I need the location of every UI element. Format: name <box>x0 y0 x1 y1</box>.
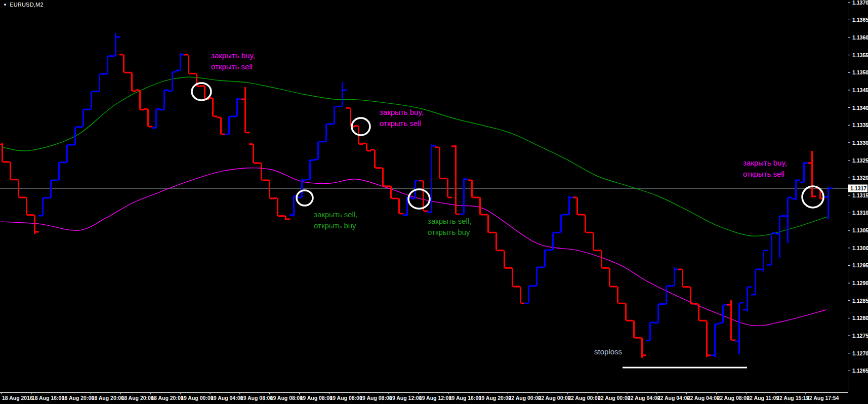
up-bar <box>824 187 833 219</box>
signal-annotation-5-line2: открыть sell <box>743 170 784 178</box>
down-bar <box>492 232 501 250</box>
time-tick-label: 22 Aug 00:00 <box>508 395 541 401</box>
down-bar <box>702 320 711 357</box>
down-bar <box>613 287 622 303</box>
up-bar <box>403 197 411 216</box>
down-bar <box>451 145 460 214</box>
price-tick-label: 1.1355 <box>852 52 868 58</box>
time-tick-label: 22 Aug 00:00 <box>598 395 631 401</box>
candlestick-series <box>0 33 833 358</box>
up-bar <box>111 33 120 56</box>
down-bar <box>241 87 250 133</box>
time-tick-label: 18 Aug 20:00 <box>92 395 125 401</box>
time-tick-label: 19 Aug 08:00 <box>359 395 392 401</box>
up-bar <box>460 179 468 215</box>
price-tick-label: 1.1370 <box>852 0 868 6</box>
signal-annotation-3[interactable]: закрыть sell,открыть buy <box>314 210 357 230</box>
signal-annotation-4[interactable]: закрыть sell,открыть buy <box>428 217 471 236</box>
mt4-chart-window: закрыть buy,открыть sellзакрыть buy,откр… <box>0 0 868 404</box>
time-tick-label: 19 Aug 20:00 <box>479 395 512 401</box>
symbol-label[interactable]: ▼ EURUSD,M2 <box>3 2 44 8</box>
time-tick-label: 19 Aug 08:00 <box>240 395 273 401</box>
price-tick-label: 1.1305 <box>852 227 868 233</box>
up-bar <box>330 107 339 125</box>
price-tick-label: 1.1360 <box>852 34 868 41</box>
down-bar <box>0 143 7 162</box>
down-bar <box>678 269 687 287</box>
up-bar <box>775 216 784 258</box>
up-bar <box>168 72 177 91</box>
down-bar <box>589 232 598 250</box>
up-bar <box>79 109 88 127</box>
down-bar <box>500 251 509 268</box>
up-bar <box>662 286 671 304</box>
down-bar <box>638 338 646 358</box>
signal-annotation-1[interactable]: закрыть buy,открыть sell <box>211 51 255 71</box>
down-bar <box>622 303 630 320</box>
signal-annotation-1-line2: открыть sell <box>211 62 253 71</box>
up-bar <box>767 233 776 265</box>
price-tick-label: 1.1320 <box>852 175 868 181</box>
signal-annotation-3-line1: закрыть sell, <box>314 210 357 219</box>
down-bar <box>395 198 403 214</box>
price-tick-label: 1.1330 <box>852 140 868 146</box>
down-bar <box>184 55 193 73</box>
down-bar <box>128 72 136 91</box>
time-tick-label: 18 Aug 20:00 <box>121 395 154 401</box>
down-bar <box>265 180 274 198</box>
down-bar <box>136 90 144 110</box>
time-axis[interactable]: 18 Aug 201618 Aug 16:0018 Aug 20:0018 Au… <box>2 392 839 401</box>
up-bar <box>38 198 47 216</box>
down-bar <box>516 287 525 303</box>
stoploss-label[interactable]: stoploss <box>594 347 622 356</box>
price-tick-label: 1.1310 <box>852 210 868 216</box>
time-tick-label: 19 Aug 04:00 <box>211 395 243 401</box>
down-bar <box>346 108 355 127</box>
up-bar <box>735 303 743 354</box>
chart-canvas[interactable]: закрыть buy,открыть sellзакрыть buy,откр… <box>0 0 868 404</box>
time-tick-label: 19 Aug 08:00 <box>270 395 303 401</box>
up-bar <box>338 82 347 107</box>
time-tick-label: 19 Aug 08:00 <box>329 395 362 401</box>
price-tick-label: 1.1280 <box>852 315 868 321</box>
price-tick-label: 1.1340 <box>852 105 868 111</box>
down-bar <box>144 109 152 127</box>
time-tick-label: 18 Aug 2016 <box>2 395 33 401</box>
up-bar <box>63 145 71 163</box>
down-bar <box>249 144 258 163</box>
up-bar <box>95 74 104 92</box>
down-bar <box>257 163 266 180</box>
up-bar <box>670 267 679 286</box>
up-bar <box>176 53 185 70</box>
down-bar <box>581 215 590 232</box>
time-tick-label: 22 Aug 08:00 <box>717 395 750 401</box>
down-bar <box>379 168 387 186</box>
up-bar <box>103 56 112 74</box>
up-bar <box>152 109 160 128</box>
signal-annotation-5[interactable]: закрыть buy,открыть sell <box>743 158 787 178</box>
down-bar <box>808 151 816 197</box>
price-tick-label: 1.1345 <box>852 87 868 93</box>
signal-annotation-2[interactable]: закрыть buy,открыть sell <box>380 108 424 128</box>
down-bar <box>119 55 128 72</box>
down-bar <box>273 198 282 216</box>
time-tick-label: 22 Aug 04:00 <box>687 395 720 401</box>
up-bar <box>759 251 768 273</box>
time-tick-label: 22 Aug 15:15 <box>776 395 809 401</box>
time-tick-label: 22 Aug 17:54 <box>806 395 839 401</box>
time-tick-label: 22 Aug 00:00 <box>538 395 571 401</box>
price-tick-label: 1.1275 <box>852 333 868 339</box>
down-bar <box>22 197 31 215</box>
down-bar <box>476 197 484 215</box>
up-bar <box>557 215 565 232</box>
down-bar <box>694 304 703 320</box>
stoploss-label-line1: stoploss <box>594 347 622 356</box>
down-bar <box>370 150 379 168</box>
time-tick-label: 19 Aug 00:00 <box>181 395 214 401</box>
down-bar <box>443 179 452 197</box>
up-bar <box>233 98 241 116</box>
up-bar <box>55 163 63 180</box>
down-bar <box>573 197 582 215</box>
time-tick-label: 18 Aug 16:00 <box>32 395 65 401</box>
time-tick-label: 22 Aug 04:00 <box>628 395 660 401</box>
